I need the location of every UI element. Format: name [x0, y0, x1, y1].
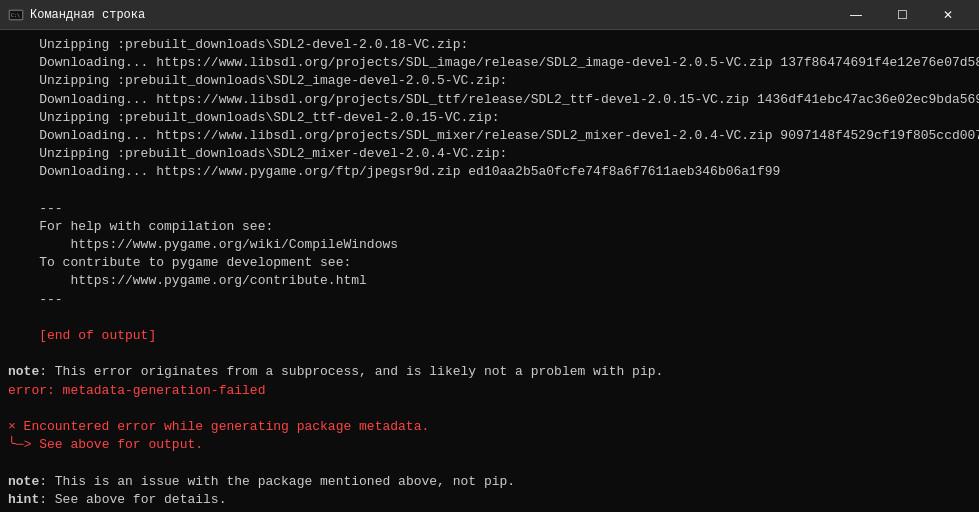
window-controls: — ☐ ✕ [833, 0, 971, 30]
line-error: error: metadata-generation-failed [8, 382, 971, 400]
maximize-button[interactable]: ☐ [879, 0, 925, 30]
line-3: Unzipping :prebuilt_downloads\SDL2_image… [8, 72, 971, 90]
minimize-button[interactable]: — [833, 0, 879, 30]
line-blank-4 [8, 400, 971, 418]
note-keyword: note [8, 364, 39, 379]
line-blank-1 [8, 182, 971, 200]
line-2: Downloading... https://www.libsdl.org/pr… [8, 54, 971, 72]
window-title: Командная строка [30, 8, 833, 22]
line-1: Unzipping :prebuilt_downloads\SDL2-devel… [8, 36, 971, 54]
line-5: Unzipping :prebuilt_downloads\SDL2_ttf-d… [8, 109, 971, 127]
line-note-hint: note: This is an issue with the package … [8, 473, 971, 491]
line-separator-1: --- [8, 200, 971, 218]
line-contribute: To contribute to pygame development see: [8, 254, 971, 272]
close-button[interactable]: ✕ [925, 0, 971, 30]
note-text: : This error originates from a subproces… [39, 364, 663, 379]
line-8: Downloading... https://www.pygame.org/ft… [8, 163, 971, 181]
note-text-2: : This is an issue with the package ment… [39, 474, 515, 489]
terminal-output: Unzipping :prebuilt_downloads\SDL2-devel… [0, 30, 979, 512]
line-blank-2 [8, 309, 971, 327]
hint-text: : See above for details. [39, 492, 226, 507]
line-end-output: [end of output] [8, 327, 971, 345]
line-blank-5 [8, 454, 971, 472]
hint-keyword: hint [8, 492, 39, 507]
svg-text:C:\: C:\ [11, 12, 20, 18]
line-hint: hint: See above for details. [8, 491, 971, 509]
window: C:\ Командная строка — ☐ ✕ Unzipping :pr… [0, 0, 979, 512]
title-bar: C:\ Командная строка — ☐ ✕ [0, 0, 979, 30]
line-7: Unzipping :prebuilt_downloads\SDL2_mixer… [8, 145, 971, 163]
line-encountered: × Encountered error while generating pac… [8, 418, 971, 436]
line-6: Downloading... https://www.libsdl.org/pr… [8, 127, 971, 145]
line-pygame-contrib: https://www.pygame.org/contribute.html [8, 272, 971, 290]
note-keyword-2: note [8, 474, 39, 489]
window-icon: C:\ [8, 7, 24, 23]
line-help: For help with compilation see: [8, 218, 971, 236]
line-separator-2: --- [8, 291, 971, 309]
line-blank-3 [8, 345, 971, 363]
line-see-above-output: ╰─> See above for output. [8, 436, 971, 454]
line-4: Downloading... https://www.libsdl.org/pr… [8, 91, 971, 109]
line-note-error: note: This error originates from a subpr… [8, 363, 971, 381]
line-pygame-wiki: https://www.pygame.org/wiki/CompileWindo… [8, 236, 971, 254]
